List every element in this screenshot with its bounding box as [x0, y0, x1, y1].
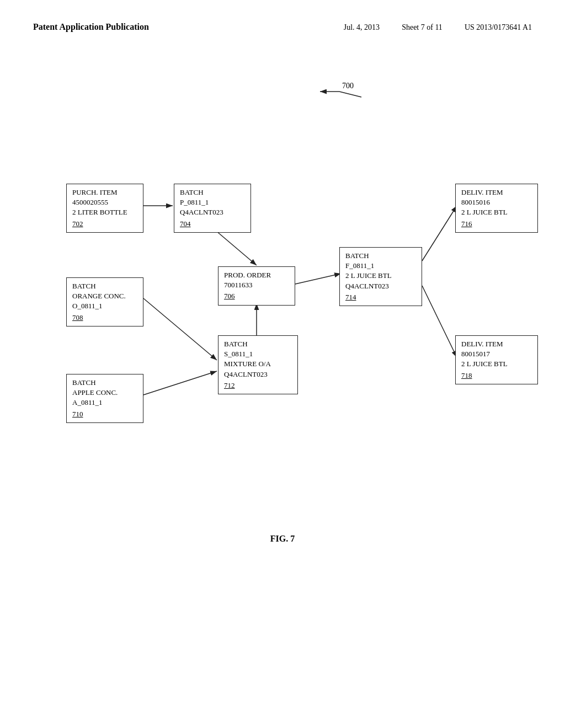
node-710: BATCH APPLE CONC. A_0811_1 710: [66, 374, 143, 423]
diagram-area: 700: [33, 65, 532, 517]
node-706: PROD. ORDER 70011633 706: [218, 266, 295, 306]
svg-line-8: [422, 286, 457, 357]
patent-number: US 2013/0173641 A1: [465, 23, 532, 32]
page-header: Patent Application Publication Jul. 4, 2…: [33, 22, 532, 32]
sheet-info: Sheet 7 of 11: [402, 23, 443, 32]
node-702: PURCH. ITEM 4500020555 2 LITER BOTTLE 70…: [66, 184, 143, 233]
publication-title: Patent Application Publication: [33, 22, 149, 32]
svg-line-7: [422, 206, 457, 261]
node-718: DELIV. ITEM 80015017 2 L JUICE BTL 718: [455, 335, 538, 384]
ref-700-label: 700: [342, 82, 354, 90]
node-708: BATCH ORANGE CONC. O_0811_1 708: [66, 277, 143, 326]
page: Patent Application Publication Jul. 4, 2…: [0, 0, 565, 728]
svg-line-2: [212, 228, 257, 265]
svg-line-9: [339, 92, 361, 97]
node-716: DELIV. ITEM 80015016 2 L JUICE BTL 716: [455, 184, 538, 233]
node-704: BATCH P_0811_1 Q4ACLNT023 704: [174, 184, 251, 233]
node-714: BATCH F_0811_1 2 L JUICE BTL Q4ACLNT023 …: [339, 247, 422, 306]
svg-line-4: [143, 371, 217, 395]
svg-line-3: [143, 298, 217, 360]
publication-date: Jul. 4, 2013: [344, 23, 380, 32]
node-712: BATCH S_0811_1 MIXTURE O/A Q4ACLNT023 71…: [218, 335, 298, 394]
svg-line-6: [295, 274, 341, 284]
figure-caption: FIG. 7: [33, 534, 532, 544]
header-meta: Jul. 4, 2013 Sheet 7 of 11 US 2013/01736…: [344, 23, 532, 32]
